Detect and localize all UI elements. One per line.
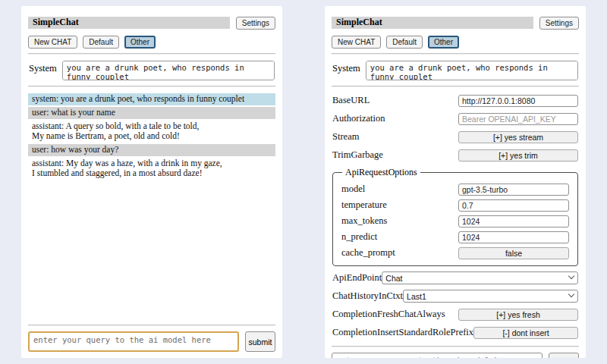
setting-row-authorization: Authorization (332, 111, 578, 125)
setting-row-model: model (341, 182, 569, 196)
system-prompt-input[interactable]: you are a drunk poet, who responds in fu… (62, 61, 275, 80)
temperature-input[interactable] (458, 199, 569, 212)
divider (332, 86, 579, 87)
n-predict-input[interactable] (458, 231, 569, 243)
chat-message-user: user: how was your day? (28, 144, 275, 156)
setting-label: n_predict (341, 231, 458, 243)
setting-row-stream: Stream [+] yes stream (332, 130, 578, 143)
setting-label: Authorization (332, 113, 458, 124)
setting-label: temperature (341, 199, 458, 211)
session-tab-other[interactable]: Other (124, 36, 156, 49)
session-tab-other[interactable]: Other (428, 36, 459, 49)
submit-button[interactable]: submit (245, 331, 275, 352)
max-tokens-input[interactable] (458, 215, 569, 228)
chat-history-in-ctxt-select[interactable]: Last1 (403, 290, 578, 303)
cache-prompt-toggle-button[interactable]: false (458, 247, 569, 259)
new-chat-button[interactable]: New CHAT (332, 36, 381, 49)
setting-row-completioninsertstandardroleprefix: CompletionInsertStandardRolePrefix [-] d… (332, 325, 578, 339)
app-title: SimpleChat (28, 17, 230, 29)
setting-label: ApiEndPoint (332, 272, 382, 284)
chat-panel: SimpleChat Settings New CHAT Default Oth… (21, 6, 282, 358)
settings-button[interactable]: Settings (236, 17, 275, 30)
setting-label: CompletionFreshChatAlways (332, 309, 458, 320)
setting-row-baseurl: BaseURL (332, 93, 578, 107)
settings-panel: SimpleChat Settings New CHAT Default Oth… (325, 6, 586, 358)
trimgarbage-toggle-button[interactable]: [+] yes trim (458, 149, 578, 162)
model-input[interactable] (458, 184, 569, 196)
divider (332, 53, 579, 55)
api-request-options-fieldset: ApiRequestOptions model temperature max_… (332, 167, 578, 266)
setting-row-apiendpoint: ApiEndPoint Chat (332, 271, 578, 284)
session-tab-default[interactable]: Default (386, 36, 423, 49)
setting-label: ChatHistoryInCtxt (332, 290, 403, 302)
system-prompt-input[interactable]: you are a drunk poet, who responds in fu… (366, 61, 578, 80)
setting-row-completionfreshchatalways: CompletionFreshChatAlways [+] yes fresh (332, 307, 578, 321)
divider (28, 86, 275, 87)
authorization-input[interactable] (458, 113, 578, 125)
completion-fresh-chat-toggle-button[interactable]: [+] yes fresh (458, 309, 578, 321)
divider (28, 53, 275, 55)
setting-row-max-tokens: max_tokens (341, 214, 569, 228)
setting-label: BaseURL (332, 95, 458, 106)
submit-button[interactable]: submit (549, 353, 579, 358)
query-input[interactable] (332, 353, 543, 358)
setting-label: model (341, 184, 458, 195)
setting-row-cache-prompt: cache_prompt false (341, 246, 569, 259)
system-label: System (29, 61, 57, 74)
system-label: System (332, 61, 360, 74)
app-title: SimpleChat (332, 17, 533, 29)
session-tab-default[interactable]: Default (83, 36, 119, 49)
chat-message-system: system: you are a drunk poet, who respon… (28, 93, 275, 105)
setting-label: TrimGarbage (332, 149, 458, 161)
baseurl-input[interactable] (458, 95, 578, 107)
chat-message-assistant: assistant: My day was a haze, with a dri… (28, 158, 275, 180)
setting-label: max_tokens (341, 215, 458, 227)
settings-button[interactable]: Settings (539, 17, 579, 30)
setting-row-trimgarbage: TrimGarbage [+] yes trim (332, 148, 578, 162)
setting-row-n-predict: n_predict (341, 230, 569, 243)
setting-row-temperature: temperature (341, 198, 569, 212)
divider (28, 325, 275, 326)
stream-toggle-button[interactable]: [+] yes stream (458, 131, 578, 143)
setting-row-chathistoryinctxt: ChatHistoryInCtxt Last1 (332, 289, 578, 303)
chat-log: system: you are a drunk poet, who respon… (28, 93, 275, 181)
setting-label: cache_prompt (341, 247, 458, 259)
setting-label: CompletionInsertStandardRolePrefix (332, 327, 473, 338)
chat-message-assistant: assistant: A query so bold, with a tale … (28, 121, 275, 143)
completion-insert-role-prefix-toggle-button[interactable]: [-] dont insert (473, 327, 578, 339)
setting-label: Stream (332, 131, 458, 143)
divider (332, 346, 579, 347)
fieldset-legend: ApiRequestOptions (342, 167, 420, 178)
new-chat-button[interactable]: New CHAT (28, 36, 77, 49)
api-endpoint-select[interactable]: Chat (382, 271, 578, 284)
query-input[interactable] (28, 331, 239, 352)
chat-message-user: user: what is your name (28, 107, 275, 119)
